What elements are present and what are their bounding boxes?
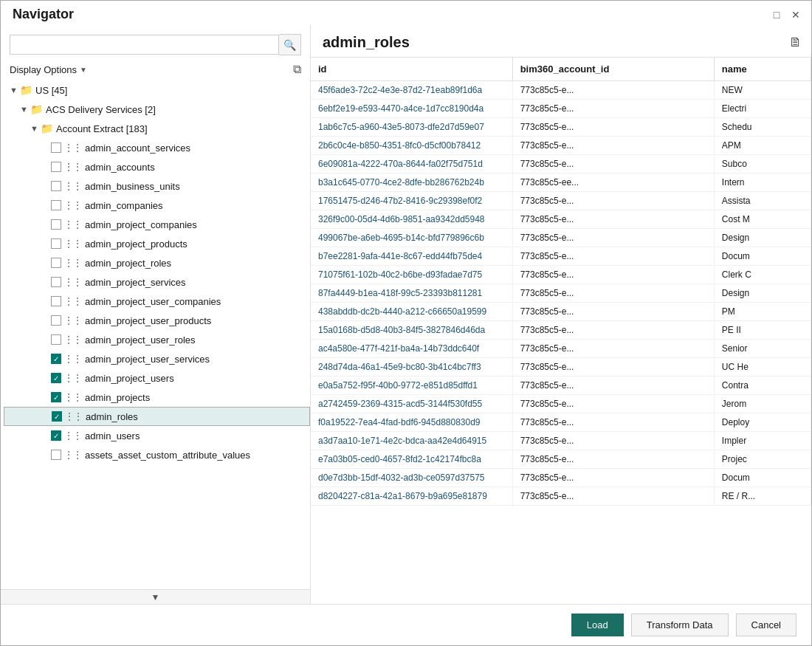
checkbox-admin-accounts[interactable] [51,162,61,172]
item-label-admin-roles: admin_roles [86,411,138,422]
list-item[interactable]: ⋮⋮ admin_account_services [4,138,310,157]
display-options-label: Display Options [10,64,77,75]
item-label-admin-project-user-products: admin_project_user_products [85,315,211,326]
cell-name: Design [714,284,811,303]
search-row: 🔍 [1,31,310,61]
table-row: d8204227-c81a-42a1-8679-b9a695e81879 773… [311,487,811,506]
checkbox-admin-account-services[interactable] [51,142,61,153]
cell-name: Schedu [714,118,811,137]
list-item[interactable]: ⋮⋮ admin_project_roles [4,253,310,272]
data-table-wrapper[interactable]: id bim360_account_id name 45f6ade3-72c2-… [311,57,811,604]
cell-id: 17651475-d246-47b2-8416-9c29398ef0f2 [311,192,512,210]
list-item[interactable]: ⋮⋮ assets_asset_custom_attribute_values [4,445,310,464]
list-item[interactable]: ⋮⋮ admin_project_user_products [4,311,310,330]
cell-id: 1ab6c7c5-a960-43e5-8073-dfe2d7d59e07 [311,118,512,137]
tree-item-us[interactable]: ▼ 📁 US [45] [4,80,310,100]
cancel-button[interactable]: Cancel [736,614,796,636]
close-button[interactable]: ✕ [789,8,802,21]
list-item[interactable]: ⋮⋮ admin_accounts [4,157,310,176]
refresh-button[interactable]: 🗎 [789,35,802,50]
minimize-button[interactable]: □ [770,8,783,21]
checkbox-admin-project-roles[interactable] [51,258,61,268]
list-item[interactable]: ✓ ⋮⋮ admin_project_users [4,368,310,388]
checkbox-admin-project-companies[interactable] [51,219,61,230]
main-content: 🔍 Display Options ▼ ⧉ [1,25,811,604]
checkbox-admin-project-user-products[interactable] [51,315,61,326]
checkbox-admin-project-user-companies[interactable] [51,296,61,306]
checkbox-admin-project-user-services[interactable]: ✓ [51,354,61,364]
cell-name: Clerk C [714,266,811,284]
list-item[interactable]: ⋮⋮ admin_project_products [4,234,310,253]
list-item[interactable]: ✓ ⋮⋮ admin_projects [4,388,310,407]
list-item[interactable]: ⋮⋮ admin_project_user_roles [4,330,310,349]
table-row: 6ebf2e19-e593-4470-a4ce-1d7cc8190d4a 773… [311,100,811,118]
cell-name: Deploy [714,413,811,432]
table-icon: ⋮⋮ [64,354,82,364]
cell-name: APM [714,137,811,155]
item-label-assets-asset-custom: assets_asset_custom_attribute_values [85,450,250,461]
cell-name: Assista [714,192,811,210]
item-label-admin-project-companies: admin_project_companies [85,219,197,230]
checkbox-admin-companies[interactable] [51,200,61,210]
cell-name: Contra [714,377,811,395]
item-label-admin-account-services: admin_account_services [85,142,190,154]
cell-name: Subco [714,155,811,173]
table-row: 248d74da-46a1-45e9-bc80-3b41c4bc7ff3 773… [311,358,811,377]
table-icon: ⋮⋮ [64,219,82,230]
load-button[interactable]: Load [571,614,624,636]
checkbox-admin-project-users[interactable]: ✓ [51,373,61,383]
search-input[interactable] [10,35,279,55]
list-item[interactable]: ✓ ⋮⋮ admin_users [4,426,310,445]
cell-bim: 773c85c5-e... [512,155,714,173]
tree-item-acs[interactable]: ▼ 📁 ACS Delivery Services [2] [4,100,310,119]
list-item[interactable]: ⋮⋮ admin_project_companies [4,215,310,234]
table-icon: ⋮⋮ [64,392,82,402]
navigator-window: Navigator □ ✕ 🔍 Display Options ▼ ⧉ [0,0,812,646]
item-label-admin-project-products: admin_project_products [85,238,187,250]
checkbox-admin-projects[interactable]: ✓ [51,392,61,402]
table-icon: ⋮⋮ [64,181,82,191]
list-item[interactable]: ⋮⋮ admin_project_user_companies [4,292,310,311]
tree-container[interactable]: ▼ 📁 US [45] ▼ 📁 ACS Delivery Services [2… [1,80,310,589]
checkbox-admin-project-services[interactable] [51,277,61,287]
tree-label-extract: Account Extract [183] [56,123,148,134]
cell-name: Design [714,229,811,247]
item-label-admin-project-user-services: admin_project_user_services [85,354,210,365]
table-row: 17651475-d246-47b2-8416-9c29398ef0f2 773… [311,192,811,210]
table-row: 326f9c00-05d4-4d6b-9851-aa9342dd5948 773… [311,210,811,229]
collapse-arrow-extract: ▼ [30,124,41,133]
list-item[interactable]: ⋮⋮ admin_project_services [4,272,310,292]
cell-bim: 773c85c5-e... [512,210,714,229]
checkbox-admin-users[interactable]: ✓ [51,430,61,441]
table-icon: ⋮⋮ [64,296,82,306]
table-row: 15a0168b-d5d8-40b3-84f5-3827846d46da 773… [311,321,811,340]
transform-data-button[interactable]: Transform Data [631,614,729,636]
item-label-admin-project-user-companies: admin_project_user_companies [85,296,221,307]
table-icon: ⋮⋮ [65,411,83,422]
tree-item-account-extract[interactable]: ▼ 📁 Account Extract [183] [4,119,310,138]
chevron-down-icon: ▼ [80,66,87,74]
scroll-down-button[interactable]: ▼ [1,589,310,604]
list-item-admin-roles[interactable]: ✓ ⋮⋮ admin_roles [4,407,310,426]
cell-bim: 773c85c5-e... [512,358,714,377]
list-item[interactable]: ⋮⋮ admin_companies [4,196,310,215]
checkbox-admin-project-user-roles[interactable] [51,334,61,345]
table-icon: ⋮⋮ [64,162,82,172]
table-row: a3d7aa10-1e71-4e2c-bdca-aa42e4d64915 773… [311,432,811,450]
cell-bim: 773c85c5-e... [512,247,714,266]
list-item[interactable]: ⋮⋮ admin_business_units [4,176,310,196]
checkbox-admin-roles[interactable]: ✓ [52,411,62,422]
checkbox-assets-asset-custom-attribute-values[interactable] [51,450,61,460]
tree-label-acs: ACS Delivery Services [2] [46,104,156,115]
item-label-admin-accounts: admin_accounts [85,162,155,173]
cell-id: 326f9c00-05d4-4d6b-9851-aa9342dd5948 [311,210,512,229]
checkbox-admin-business-units[interactable] [51,181,61,191]
table-title: admin_roles [323,34,410,51]
cell-name: Projec [714,450,811,469]
collapse-arrow-us: ▼ [10,86,20,95]
list-item[interactable]: ✓ ⋮⋮ admin_project_user_services [4,349,310,368]
checkbox-admin-project-products[interactable] [51,238,61,249]
expand-icon-button[interactable]: ⧉ [293,63,301,76]
cell-name: Cost M [714,210,811,229]
display-options-button[interactable]: Display Options ▼ [10,64,87,75]
